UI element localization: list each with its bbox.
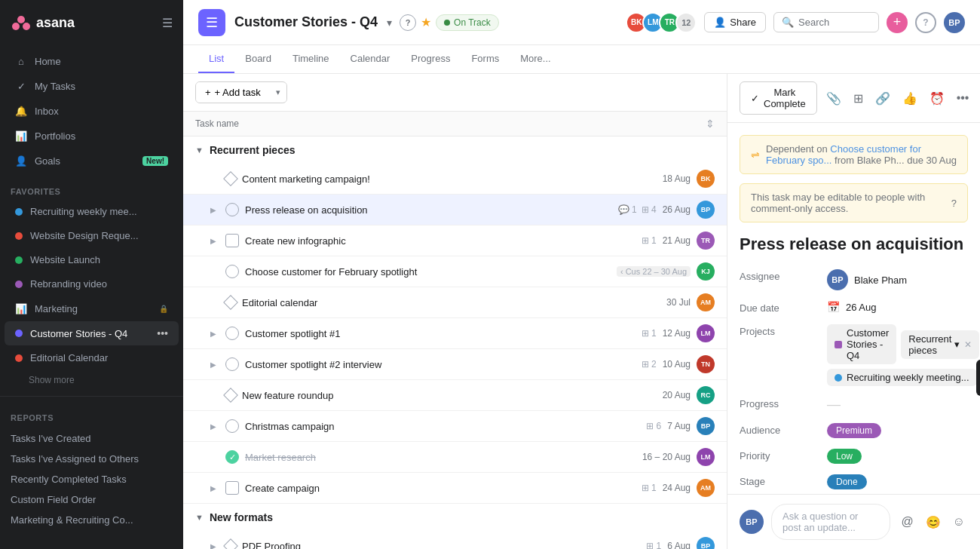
user-avatar[interactable]: BP — [944, 12, 965, 33]
more-options-button[interactable]: ••• — [954, 88, 972, 108]
task-expand-icon[interactable]: ▶ — [207, 235, 219, 247]
task-check-diamond[interactable] — [223, 171, 238, 186]
section-tag-button[interactable]: Recurrent pieces ▾ ✕ — [901, 330, 979, 359]
project-info-button[interactable]: ? — [400, 14, 416, 31]
progress-dash[interactable]: — — [827, 397, 841, 413]
task-check-diamond[interactable] — [223, 388, 238, 403]
task-check-diamond[interactable] — [223, 295, 238, 310]
tab-more[interactable]: More... — [510, 45, 561, 73]
task-row[interactable]: ▶ Create new infographic ⊞ 1 21 Aug TR — [183, 225, 727, 256]
task-date: 10 Aug — [663, 359, 691, 370]
task-row[interactable]: Editorial calendar 30 Jul AM — [183, 287, 727, 318]
task-expand-icon[interactable]: ▶ — [207, 482, 219, 494]
asana-logo[interactable]: asana — [11, 12, 75, 33]
sidebar-item-home[interactable]: ⌂ Home — [5, 49, 179, 73]
recruiting-tag[interactable]: Recruiting weekly meeting... — [827, 369, 977, 386]
reminder-button[interactable]: ⏰ — [926, 88, 948, 109]
add-task-main-btn[interactable]: + + Add task — [196, 82, 270, 103]
audience-badge[interactable]: Premium — [827, 423, 881, 438]
sidebar-item-goals[interactable]: 👤 Goals New! — [5, 149, 179, 173]
task-row[interactable]: Content marketing campaign! 18 Aug BK — [183, 164, 727, 195]
reports-marketing-recruiting[interactable]: Marketing & Recruiting Co... — [0, 510, 183, 530]
reports-recently-completed[interactable]: Recently Completed Tasks — [0, 469, 183, 489]
tab-calendar[interactable]: Calendar — [340, 45, 401, 73]
add-button[interactable]: + — [887, 12, 908, 33]
task-row[interactable]: ▶ Customer spotlight #1 ⊞ 1 12 Aug LM — [183, 318, 727, 349]
task-check-done[interactable]: ✓ — [225, 450, 239, 464]
project-title-chevron[interactable]: ▾ — [384, 14, 395, 32]
sidebar-item-editorial-calendar[interactable]: Editorial Calendar — [5, 346, 179, 370]
project-star-button[interactable]: ★ — [421, 15, 431, 29]
comment-input[interactable]: Ask a question or post an update... — [771, 504, 890, 540]
share-button[interactable]: 👤 Share — [704, 12, 766, 32]
sidebar-item-my-tasks[interactable]: ✓ My Tasks — [5, 74, 179, 98]
task-check-circle[interactable] — [225, 327, 239, 340]
sidebar-item-website-launch[interactable]: Website Launch — [5, 248, 179, 271]
task-row-selected[interactable]: ▶ Press release on acquisition 💬 1 ⊞ 4 2… — [183, 195, 727, 225]
task-expand-icon[interactable]: ▶ — [207, 358, 219, 370]
projects-value: Customer Stories - Q4 Recurrent pieces ▾… — [827, 324, 980, 386]
priority-badge[interactable]: Low — [827, 449, 862, 464]
sidebar-item-customer-stories[interactable]: Customer Stories - Q4 ••• — [5, 321, 179, 345]
section-recurrent-pieces[interactable]: ▼ Recurrent pieces — [183, 136, 727, 164]
task-expand-icon[interactable]: ▶ — [207, 204, 219, 216]
comment-at-button[interactable]: @ — [898, 512, 916, 532]
task-row[interactable]: ▶ Christmas campaign ⊞ 6 7 Aug BP — [183, 411, 727, 442]
sort-icon[interactable]: ⇕ — [706, 118, 715, 130]
duplicate-button[interactable]: ⊞ — [850, 88, 866, 109]
project-tag[interactable]: Customer Stories - Q4 — [827, 324, 896, 364]
comment-emoji-button[interactable]: 😊 — [923, 512, 944, 532]
mark-complete-button[interactable]: ✓ Mark Complete — [740, 81, 817, 115]
task-row[interactable]: ▶ Create campaign ⊞ 1 24 Aug AM — [183, 473, 727, 504]
reports-custom-field[interactable]: Custom Field Order — [0, 489, 183, 510]
add-task-chevron[interactable]: ▾ — [270, 83, 286, 102]
sidebar-item-recruiting[interactable]: Recruiting weekly mee... — [5, 200, 179, 223]
link-button[interactable]: 🔗 — [872, 88, 893, 109]
tab-progress[interactable]: Progress — [400, 45, 461, 73]
task-row[interactable]: ▶ Customer spotlight #2 interview ⊞ 2 10… — [183, 349, 727, 380]
sidebar-item-marketing[interactable]: 📊 Marketing 🔒 — [5, 296, 179, 321]
task-expand-icon[interactable]: ▶ — [207, 420, 219, 432]
task-check-circle[interactable] — [225, 419, 239, 433]
task-check-circle[interactable] — [225, 203, 239, 216]
avatar-count: 12 — [675, 12, 697, 33]
sidebar-home-label: Home — [35, 56, 168, 67]
task-row[interactable]: ▶ PDF Proofing ⊞ 1 6 Aug BP — [183, 531, 727, 549]
help-button[interactable]: ? — [915, 12, 936, 33]
task-expand-icon[interactable]: ▶ — [207, 540, 219, 549]
attachment-button[interactable]: 📎 — [823, 88, 844, 109]
like-button[interactable]: 👍 — [899, 88, 920, 109]
assignee-name[interactable]: Blake Pham — [854, 274, 907, 286]
tab-forms[interactable]: Forms — [461, 45, 510, 73]
task-row[interactable]: Choose customer for February spotlight ‹… — [183, 256, 727, 287]
sidebar-item-portfolios[interactable]: 📊 Portfolios — [5, 124, 179, 148]
search-bar[interactable]: 🔍 Search — [773, 12, 879, 32]
section-new-formats[interactable]: ▼ New formats — [183, 504, 727, 531]
sidebar-item-rebranding[interactable]: Rebranding video — [5, 272, 179, 296]
more-options-icon[interactable]: ••• — [157, 327, 168, 339]
comment-more-button[interactable]: ☺ — [950, 512, 968, 532]
task-check-diamond[interactable] — [223, 538, 238, 549]
sidebar-item-inbox[interactable]: 🔔 Inbox — [5, 99, 179, 123]
reports-tasks-assigned[interactable]: Tasks I've Assigned to Others — [0, 449, 183, 469]
task-check-document[interactable] — [225, 234, 239, 247]
project-status-badge[interactable]: On Track — [436, 14, 499, 31]
reports-tasks-created[interactable]: Tasks I've Created — [0, 428, 183, 449]
task-check-circle[interactable] — [225, 265, 239, 278]
show-more-button[interactable]: Show more — [0, 370, 183, 390]
stage-badge[interactable]: Done — [827, 474, 867, 489]
task-expand-icon[interactable]: ▶ — [207, 327, 219, 339]
tab-timeline[interactable]: Timeline — [282, 45, 340, 73]
task-detail-title[interactable]: Press release on acquisition — [740, 235, 968, 254]
sidebar-toggle-icon[interactable]: ☰ — [162, 16, 173, 30]
tab-board[interactable]: Board — [234, 45, 282, 73]
due-date[interactable]: 26 Aug — [846, 302, 877, 313]
remove-tag-button[interactable]: ✕ — [964, 339, 972, 350]
task-check-document[interactable] — [225, 481, 239, 495]
task-row[interactable]: ✓ Market research 16 – 20 Aug LM — [183, 442, 727, 473]
tab-list[interactable]: List — [198, 45, 234, 73]
task-row[interactable]: New feature roundup 20 Aug RC — [183, 380, 727, 411]
sidebar-item-website-design[interactable]: Website Design Reque... — [5, 224, 179, 247]
add-task-button[interactable]: + + Add task ▾ — [195, 81, 287, 103]
task-check-circle[interactable] — [225, 357, 239, 371]
